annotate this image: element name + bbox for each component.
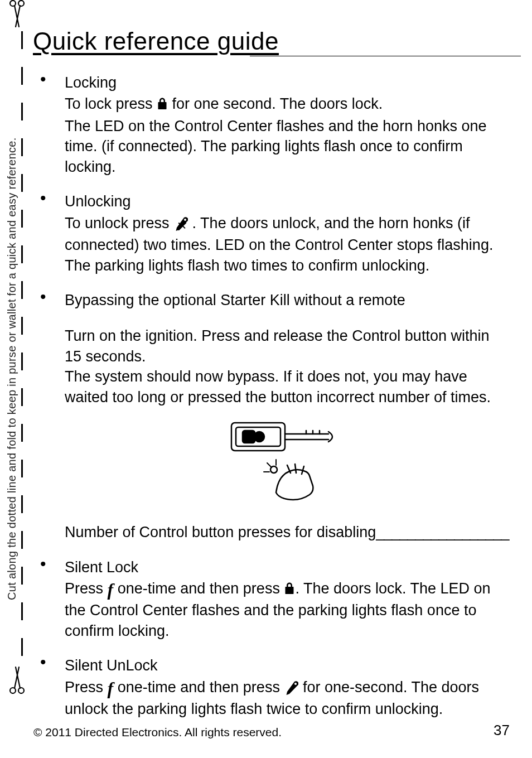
- svg-point-1: [18, 1, 24, 6]
- copyright-text: © 2011 Directed Electronics. All rights …: [33, 726, 282, 739]
- lock-icon: [157, 95, 168, 115]
- item-body: To unlock press . The doors unlock, and …: [65, 213, 510, 276]
- cut-line-dashes: [21, 31, 23, 674]
- page-title: Quick reference guide: [33, 27, 279, 55]
- svg-rect-7: [243, 431, 255, 443]
- svg-point-8: [254, 432, 264, 442]
- content-area: Locking To lock press for one second. Th…: [33, 73, 510, 734]
- lock-icon: [284, 580, 295, 600]
- item-title: Locking: [65, 73, 510, 93]
- text: one-time and then press: [118, 580, 284, 597]
- text: To unlock press: [65, 215, 173, 231]
- item-body: Press f one-time and then press for one-…: [65, 677, 510, 720]
- list-item-silent-unlock: Silent UnLock Press f one-time and then …: [33, 655, 510, 719]
- item-title: Bypassing the optional Starter Kill with…: [65, 290, 510, 310]
- blank-fill-line: _________________: [376, 524, 509, 540]
- svg-point-4: [184, 219, 186, 221]
- cut-instruction-text: Cut along the dotted line and fold to ke…: [6, 137, 18, 600]
- text: one-time and then press: [118, 679, 284, 696]
- page-footer: © 2011 Directed Electronics. All rights …: [33, 722, 510, 739]
- function-f-icon: f: [108, 585, 114, 595]
- text: Press: [65, 580, 108, 597]
- unlock-icon: [173, 215, 188, 235]
- caption-line: Number of Control button presses for dis…: [65, 522, 510, 542]
- scissors-icon: [8, 665, 28, 696]
- item-body: To lock press for one second. The doors …: [65, 94, 510, 177]
- svg-point-10: [294, 683, 297, 685]
- ignition-key-illustration: [65, 417, 510, 512]
- list-item-locking: Locking To lock press for one second. Th…: [33, 73, 510, 177]
- text: for one second. The doors lock.: [172, 95, 383, 112]
- list-item-unlocking: Unlocking To unlock press . The doors un…: [33, 191, 510, 276]
- item-body: Turn on the ignition. Press and release …: [65, 326, 510, 407]
- list-item-silent-lock: Silent Lock Press f one-time and then pr…: [33, 557, 510, 641]
- text: The system should now bypass. If it does…: [65, 368, 491, 405]
- function-f-icon: f: [108, 683, 114, 694]
- text: To lock press: [65, 95, 157, 112]
- item-title: Silent UnLock: [65, 655, 510, 675]
- item-title: Silent Lock: [65, 557, 510, 577]
- scissors-icon: [8, 0, 28, 31]
- svg-point-3: [18, 688, 24, 693]
- unlock-icon: [284, 679, 298, 699]
- list-item-bypass: Bypassing the optional Starter Kill with…: [33, 290, 510, 543]
- page-number: 37: [494, 722, 510, 739]
- title-divider: [250, 56, 521, 56]
- text: Turn on the ignition. Press and release …: [65, 327, 489, 364]
- item-body: Press f one-time and then press . The do…: [65, 578, 510, 641]
- item-title: Unlocking: [65, 191, 510, 211]
- text: The LED on the Control Center flashes an…: [65, 118, 486, 175]
- text: Press: [65, 679, 108, 696]
- text: Number of Control button presses for dis…: [65, 524, 376, 540]
